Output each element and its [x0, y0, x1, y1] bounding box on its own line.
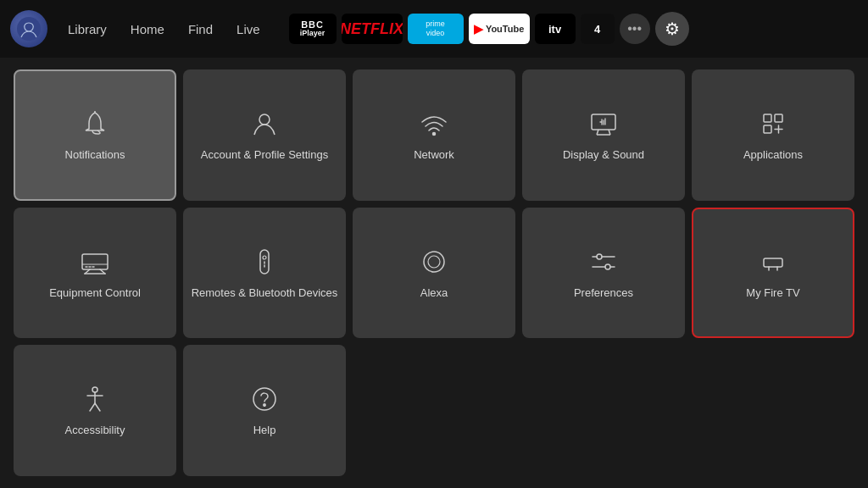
- nav-home[interactable]: Home: [120, 17, 175, 42]
- top-navigation: Library Home Find Live BBC iPlayer NETFL…: [0, 0, 868, 58]
- grid-item-display-sound[interactable]: Display & Sound: [522, 69, 685, 201]
- remotes-label: Remotes & Bluetooth Devices: [192, 286, 338, 301]
- svg-point-22: [263, 256, 266, 259]
- sliders-icon: [587, 246, 620, 278]
- grid-item-my-fire-tv[interactable]: My Fire TV: [692, 208, 854, 339]
- grid-item-alexa[interactable]: Alexa: [353, 208, 515, 339]
- network-label: Network: [414, 148, 454, 163]
- app-channel4[interactable]: 4: [581, 14, 615, 44]
- app-itv[interactable]: itv: [535, 14, 576, 44]
- grid-item-accessibility[interactable]: Accessibility: [14, 345, 176, 476]
- svg-point-25: [424, 252, 444, 272]
- app-bbc-iplayer[interactable]: BBC iPlayer: [289, 14, 337, 44]
- settings-button[interactable]: ⚙: [655, 12, 689, 46]
- grid-item-account[interactable]: Account & Profile Settings: [183, 69, 346, 201]
- svg-point-3: [433, 132, 436, 135]
- grid-item-notifications[interactable]: Notifications: [14, 69, 176, 201]
- app-prime-video[interactable]: prime video: [408, 14, 464, 44]
- help-label: Help: [253, 424, 276, 438]
- svg-point-34: [92, 387, 97, 392]
- svg-line-6: [609, 130, 610, 135]
- grid-item-remotes[interactable]: Remotes & Bluetooth Devices: [183, 208, 346, 339]
- bell-icon: [79, 108, 111, 140]
- nav-find[interactable]: Find: [178, 17, 223, 42]
- svg-point-29: [597, 254, 602, 259]
- svg-point-40: [264, 404, 265, 406]
- grid-item-help[interactable]: Help: [183, 345, 346, 476]
- svg-rect-10: [764, 125, 771, 133]
- alexa-icon: [418, 246, 450, 278]
- alexa-label: Alexa: [420, 286, 448, 301]
- grid-item-equipment[interactable]: Equipment Control: [14, 208, 176, 339]
- display-sound-label: Display & Sound: [563, 148, 644, 163]
- help-icon: [248, 383, 281, 415]
- nav-library[interactable]: Library: [58, 17, 117, 42]
- settings-grid: Notifications Account & Profile Settings…: [0, 58, 868, 488]
- accessibility-icon: [79, 383, 111, 415]
- applications-label: Applications: [743, 148, 803, 163]
- grid-item-applications[interactable]: Applications: [692, 69, 854, 201]
- display-icon: [587, 108, 620, 140]
- nav-links: Library Home Find Live: [58, 17, 270, 42]
- svg-line-37: [90, 403, 95, 411]
- svg-point-26: [428, 256, 440, 268]
- preferences-label: Preferences: [574, 286, 633, 301]
- account-label: Account & Profile Settings: [201, 148, 328, 163]
- svg-point-2: [259, 114, 270, 125]
- nav-apps: BBC iPlayer NETFLIX prime video ▶ YouTub…: [289, 12, 858, 46]
- remote-icon: [248, 246, 281, 278]
- equipment-label: Equipment Control: [49, 286, 141, 301]
- svg-point-30: [605, 264, 610, 269]
- tv-icon: [79, 246, 111, 278]
- accessibility-label: Accessibility: [65, 424, 125, 438]
- svg-rect-8: [764, 114, 771, 122]
- avatar[interactable]: [10, 10, 47, 47]
- svg-line-5: [597, 130, 598, 135]
- wifi-icon: [418, 108, 450, 140]
- apps-icon: [757, 108, 789, 140]
- svg-point-0: [17, 17, 41, 41]
- grid-item-preferences[interactable]: Preferences: [522, 208, 685, 339]
- svg-rect-31: [764, 258, 782, 267]
- my-fire-tv-label: My Fire TV: [746, 286, 799, 301]
- notifications-label: Notifications: [65, 148, 125, 163]
- grid-item-network[interactable]: Network: [353, 69, 515, 201]
- app-youtube[interactable]: ▶ YouTube: [469, 14, 530, 44]
- svg-point-39: [253, 388, 275, 410]
- svg-rect-9: [775, 114, 782, 122]
- person-icon: [248, 108, 281, 140]
- nav-live[interactable]: Live: [226, 17, 270, 42]
- svg-line-38: [95, 403, 100, 411]
- firetv-icon: [757, 246, 789, 278]
- more-apps-button[interactable]: •••: [620, 14, 650, 44]
- app-netflix[interactable]: NETFLIX: [342, 14, 403, 44]
